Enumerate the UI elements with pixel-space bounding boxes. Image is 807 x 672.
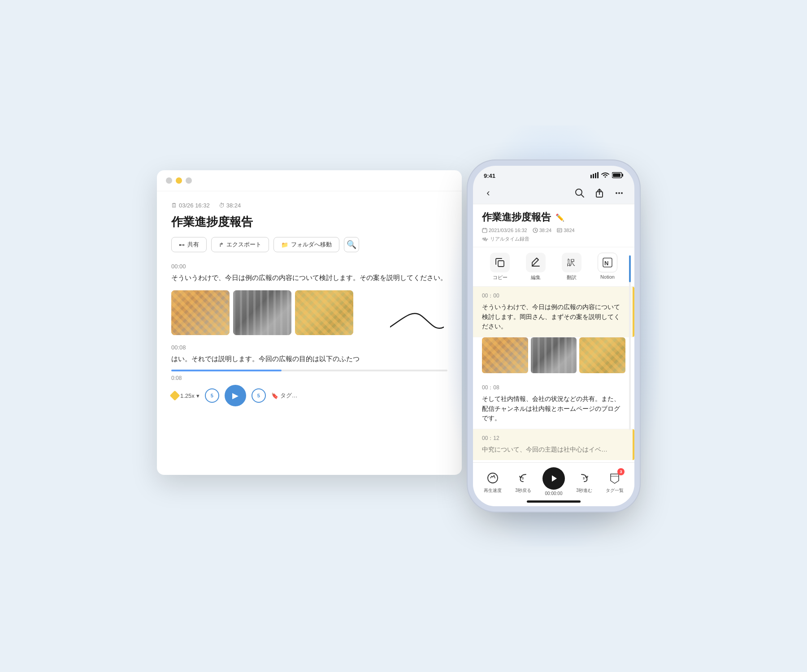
desktop-titlebar	[157, 170, 462, 191]
back3-icon: 3	[515, 470, 531, 486]
transcript-text-2: はい。それでは説明します。今回の広報の目的は以下のふたつ	[171, 353, 447, 364]
phone-photos-row	[473, 337, 634, 379]
svg-point-28	[488, 473, 498, 483]
share-nav-button[interactable]	[593, 187, 606, 199]
skip-back-button[interactable]: 5	[205, 388, 219, 403]
svg-text:訳: 訳	[567, 258, 575, 267]
fwd3-icon: 3	[576, 470, 592, 486]
more-button[interactable]: 🔍	[344, 237, 359, 252]
notion-label: Notion	[600, 274, 615, 280]
search-icon	[575, 188, 585, 198]
phone-scroll-area: 00：00 そういうわけで、今日は例の広報の内容について検討します。岡田さん、ま…	[473, 287, 634, 461]
phone-play-button[interactable]	[542, 467, 565, 490]
seg-text-1: そういうわけで、今日は例の広報の内容について検討します。岡田さん、まずその案を説…	[482, 302, 625, 332]
edit-icon-box	[526, 253, 546, 272]
copy-icon	[495, 257, 505, 268]
notion-tool[interactable]: N Notion	[590, 253, 625, 281]
speed-icon	[485, 470, 501, 486]
clock-icon: ⏱	[219, 202, 225, 209]
more-nav-button[interactable]	[613, 187, 625, 199]
dot-yellow	[176, 177, 182, 184]
seg-time-3: 00：12	[482, 435, 625, 442]
copy-icon-box	[490, 253, 510, 272]
wifi-icon	[601, 172, 609, 180]
svg-rect-3	[597, 172, 599, 178]
back-button[interactable]: ‹	[482, 187, 495, 199]
move-button[interactable]: 📁 フォルダへ移動	[273, 237, 339, 252]
play-item[interactable]: 00:00:00	[538, 467, 569, 496]
svg-point-10	[616, 192, 617, 194]
desktop-title: 作業進捗度報告	[171, 214, 447, 230]
svg-rect-1	[593, 174, 594, 178]
phone-time: 9:41	[484, 172, 495, 179]
seg-time-2: 00：08	[482, 384, 625, 392]
transcript-text-1: そういうわけで、今日は例の広報の内容について検討します。その案を説明してください…	[171, 272, 447, 283]
transcript-time-2: 00:08	[171, 344, 447, 351]
progress-fill	[171, 370, 282, 371]
tag-list-label: タグ一覧	[606, 487, 624, 494]
back3-item[interactable]: 3 3秒戻る	[508, 470, 538, 494]
folder-icon: 📁	[281, 241, 288, 248]
player-controls: 1.25x ▾ 5 ▶ 5 🔖 タグ…	[171, 385, 447, 406]
nav-icons	[573, 187, 625, 199]
tag-button[interactable]: 🔖 タグ…	[271, 392, 298, 400]
edit-tool[interactable]: 編集	[518, 253, 554, 281]
photo-1	[171, 290, 230, 335]
phone-nav-bar: ‹	[473, 183, 634, 204]
dot-green	[186, 177, 192, 184]
export-button[interactable]: ↱ エクスポート	[211, 237, 269, 252]
segment-2: 00：08 そして社内情報、会社の状況などの共有。また、配信チャンネルは社内報と…	[473, 379, 634, 429]
svg-marker-30	[552, 475, 557, 482]
pencil-icon[interactable]: ✏️	[555, 213, 564, 222]
desktop-card: 🗓 03/26 16:32 ⏱ 38:24 作業進捗度報告 ⊷ 共有 ↱ エクス…	[157, 170, 462, 475]
phone-tool-bar: コピー 編集 訳 翻訳	[473, 247, 634, 287]
realtime-badge: リアルタイム録音	[482, 236, 625, 242]
tag-icon: 🔖	[271, 392, 278, 399]
speed-button[interactable]: 1.25x ▾	[171, 392, 200, 399]
svg-text:3: 3	[583, 477, 585, 480]
notion-icon-box: N	[598, 253, 617, 272]
desktop-duration: ⏱ 38:24	[219, 202, 241, 209]
svg-rect-19	[557, 228, 562, 232]
seg-time-1: 00：00	[482, 292, 625, 300]
photo-3	[295, 290, 353, 335]
phone-body: 作業進捗度報告 ✏️ 2021/03/26 16:32 38:24	[473, 204, 634, 469]
share-button[interactable]: ⊷ 共有	[171, 237, 207, 252]
highlight-bar-3	[633, 429, 634, 460]
scroll-thumb	[629, 255, 631, 282]
seg-text-2: そして社内情報、会社の状況などの共有。また、配信チャンネルは社内報とホームページ…	[482, 394, 625, 423]
segment-3: 00：12 中究について、今回の主題は社中心はイベ…	[473, 429, 634, 460]
scene: 🗓 03/26 16:32 ⏱ 38:24 作業進捗度報告 ⊷ 共有 ↱ エクス…	[157, 134, 650, 538]
battery-icon	[612, 172, 624, 180]
desktop-meta: 🗓 03/26 16:32 ⏱ 38:24	[171, 202, 447, 209]
svg-point-11	[618, 192, 620, 194]
phone-doc-date: 2021/03/26 16:32	[482, 228, 527, 233]
phone-photo-3	[579, 337, 625, 373]
calendar-icon	[482, 228, 487, 233]
phone-photo-1	[482, 337, 528, 373]
skip-fwd-button[interactable]: 5	[252, 388, 266, 403]
desktop-date: 🗓 03/26 16:32	[171, 202, 210, 209]
status-bar: 9:41	[473, 166, 634, 183]
text-count-icon	[557, 228, 562, 233]
phone-wrapper: 9:41 ‹	[457, 134, 650, 538]
chevron-down-icon: ▾	[196, 392, 200, 399]
svg-line-8	[581, 194, 584, 197]
phone-doc-duration: 38:24	[533, 228, 552, 233]
search-nav-button[interactable]	[573, 187, 586, 199]
segment-1: 00：00 そういうわけで、今日は例の広報の内容について検討します。岡田さん、ま…	[473, 287, 634, 337]
speed-item[interactable]: 再生速度	[477, 470, 508, 494]
play-icon	[549, 474, 559, 483]
copy-label: コピー	[493, 274, 508, 281]
notion-icon: N	[601, 256, 614, 269]
progress-bar[interactable]	[171, 370, 447, 371]
tag-list-item[interactable]: 3 タグ一覧	[599, 470, 630, 494]
edit-icon	[530, 257, 541, 268]
tag-list-icon: 3	[607, 470, 623, 486]
transcript-block-1: 00:00 そういうわけで、今日は例の広報の内容について検討します。その案を説明…	[171, 263, 447, 283]
play-button[interactable]: ▶	[225, 385, 246, 406]
copy-tool[interactable]: コピー	[482, 253, 518, 281]
fwd3-item[interactable]: 3 3秒進む	[569, 470, 599, 494]
translate-tool[interactable]: 訳 翻訳	[554, 253, 590, 281]
signal-icon	[590, 172, 599, 180]
